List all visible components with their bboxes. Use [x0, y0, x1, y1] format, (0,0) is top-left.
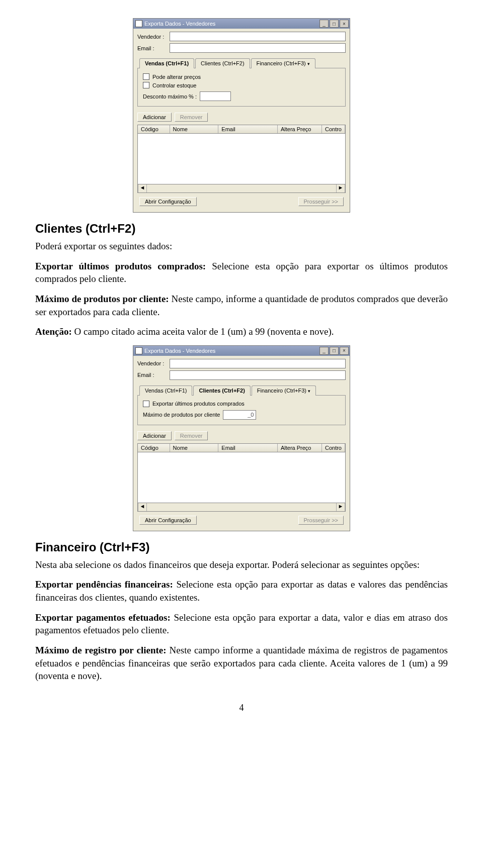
horizontal-scrollbar[interactable]: ◄ ►	[137, 184, 346, 193]
col-nome[interactable]: Nome	[170, 444, 219, 452]
label-email: Email :	[137, 45, 167, 51]
tab-financeiro-label: Financeiro (Ctrl+F3)	[257, 60, 306, 66]
col-contro[interactable]: Contro	[322, 125, 345, 133]
scroll-left-icon[interactable]: ◄	[138, 503, 147, 511]
tab-financeiro-label: Financeiro (Ctrl+F3)	[257, 388, 306, 394]
clientes-atencao-text: O campo citado acima aceita valor de 1 (…	[72, 326, 334, 337]
email-input[interactable]	[170, 43, 346, 53]
vendedor-input[interactable]	[170, 32, 346, 41]
heading-financeiro: Financeiro (Ctrl+F3)	[35, 540, 448, 554]
chevron-down-icon: ▾	[307, 61, 310, 66]
col-codigo[interactable]: Código	[138, 444, 170, 452]
window-exporta-dados-2: Exporta Dados - Vendedores _ □ × Vendedo…	[133, 345, 350, 531]
tab-financeiro[interactable]: Financeiro (Ctrl+F3)▾	[251, 58, 315, 68]
minimize-button[interactable]: _	[319, 20, 329, 28]
grid-body	[137, 134, 346, 184]
label-max-produtos: Máximo de produtos por cliente	[143, 412, 220, 418]
chevron-down-icon: ▾	[308, 389, 310, 394]
col-altera-preco[interactable]: Altera Preço	[278, 125, 322, 133]
scroll-right-icon[interactable]: ►	[336, 503, 345, 511]
maximize-button[interactable]: □	[330, 347, 339, 355]
max-produtos-input[interactable]: _0	[223, 410, 256, 420]
col-altera-preco[interactable]: Altera Preço	[278, 444, 322, 452]
financeiro-opt2: Exportar pagamentos efetuados: Selecione…	[35, 611, 448, 637]
checkbox-controlar-estoque[interactable]	[143, 82, 149, 88]
window-exporta-dados-1: Exporta Dados - Vendedores _ □ × Vendedo…	[133, 18, 350, 213]
clientes-opt2: Máximo de produtos por cliente: Neste ca…	[35, 293, 448, 318]
horizontal-scrollbar[interactable]: ◄ ►	[137, 503, 346, 512]
titlebar: Exporta Dados - Vendedores _ □ ×	[133, 346, 350, 356]
adicionar-button[interactable]: Adicionar	[137, 113, 172, 122]
adicionar-button[interactable]: Adicionar	[137, 431, 172, 440]
label-exportar-ultimos: Exportar últimos produtos comprados	[152, 401, 245, 407]
abrir-config-button[interactable]: Abrir Configuração	[139, 197, 197, 206]
prosseguir-button[interactable]: Prosseguir >>	[298, 516, 344, 525]
financeiro-opt1-label: Exportar pendências financeiras:	[35, 579, 173, 590]
clientes-atencao: Atenção: O campo citado acima aceita val…	[35, 325, 448, 338]
remover-button[interactable]: Remover	[175, 431, 208, 440]
titlebar: Exporta Dados - Vendedores _ □ ×	[133, 19, 350, 29]
grid-body	[137, 452, 346, 503]
clientes-intro: Poderá exportar os seguintes dados:	[35, 240, 448, 253]
email-input[interactable]	[170, 370, 346, 380]
grid-header: Código Nome Email Altera Preço Contro	[137, 125, 346, 134]
col-contro[interactable]: Contro	[322, 444, 345, 452]
label-email: Email :	[137, 372, 167, 378]
app-icon	[135, 347, 142, 354]
clientes-opt1-label: Exportar últimos produtos comprados:	[35, 261, 206, 271]
label-alterar-precos: Pode alterar preços	[152, 74, 201, 80]
desconto-input[interactable]	[200, 91, 231, 101]
checkbox-exportar-ultimos[interactable]	[143, 401, 149, 407]
abrir-config-button[interactable]: Abrir Configuração	[139, 516, 197, 525]
tab-clientes[interactable]: Clientes (Ctrl+F2)	[193, 385, 250, 396]
app-icon	[135, 20, 142, 27]
prosseguir-button[interactable]: Prosseguir >>	[298, 197, 344, 206]
clientes-atencao-label: Atenção:	[35, 326, 72, 337]
window-title: Exporta Dados - Vendedores	[144, 21, 215, 27]
remover-button[interactable]: Remover	[175, 113, 208, 122]
label-vendedor: Vendedor :	[137, 360, 167, 366]
col-nome[interactable]: Nome	[170, 125, 219, 133]
clientes-opt1: Exportar últimos produtos comprados: Sel…	[35, 260, 448, 285]
financeiro-opt3: Máximo de registro por cliente: Neste ca…	[35, 644, 448, 683]
vendedor-input[interactable]	[170, 359, 346, 368]
clientes-opt2-label: Máximo de produtos por cliente:	[35, 294, 169, 304]
maximize-button[interactable]: □	[330, 20, 339, 28]
col-email[interactable]: Email	[218, 444, 278, 452]
close-button[interactable]: ×	[340, 347, 349, 355]
scroll-left-icon[interactable]: ◄	[138, 184, 147, 192]
close-button[interactable]: ×	[340, 20, 349, 28]
col-email[interactable]: Email	[218, 125, 278, 133]
tab-vendas[interactable]: Vendas (Ctrl+F1)	[139, 385, 192, 396]
label-desconto: Desconto máximo % :	[143, 93, 197, 100]
minimize-button[interactable]: _	[319, 347, 329, 355]
checkbox-alterar-precos[interactable]	[143, 73, 149, 80]
financeiro-opt2-label: Exportar pagamentos efetuados:	[35, 612, 171, 623]
col-codigo[interactable]: Código	[138, 125, 170, 133]
label-vendedor: Vendedor :	[137, 34, 167, 40]
tab-clientes[interactable]: Clientes (Ctrl+F2)	[195, 58, 250, 68]
tab-financeiro[interactable]: Financeiro (Ctrl+F3)▾	[252, 385, 316, 396]
grid-header: Código Nome Email Altera Preço Contro	[137, 443, 346, 452]
scroll-right-icon[interactable]: ►	[336, 184, 345, 192]
tab-vendas[interactable]: Vendas (Ctrl+F1)	[139, 58, 194, 68]
window-title: Exporta Dados - Vendedores	[144, 348, 215, 354]
label-controlar-estoque: Controlar estoque	[152, 82, 196, 88]
financeiro-opt1: Exportar pendências financeiras: Selecio…	[35, 578, 448, 604]
financeiro-opt3-label: Máximo de registro por cliente:	[35, 645, 167, 655]
heading-clientes: Clientes (Ctrl+F2)	[35, 222, 448, 236]
financeiro-intro: Nesta aba selecione os dados financeiros…	[35, 558, 448, 571]
page-number: 4	[35, 703, 448, 713]
